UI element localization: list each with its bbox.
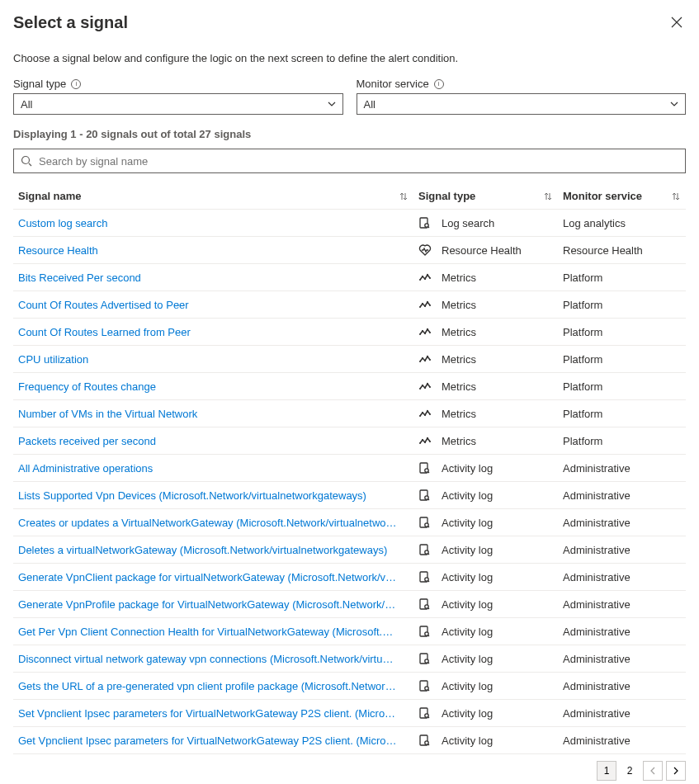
metrics-icon [418, 298, 432, 311]
signal-type-value: All [21, 98, 32, 111]
signal-type-text: Activity log [442, 734, 493, 747]
monitor-service-text: Resource Health [563, 244, 643, 257]
signal-name-link[interactable]: Get Per Vpn Client Connection Health for… [18, 626, 398, 638]
log-icon [418, 679, 432, 692]
monitor-service-text: Platform [563, 408, 602, 420]
signal-name-link[interactable]: Frequency of Routes change [18, 380, 398, 393]
monitor-service-text: Administrative [563, 489, 631, 502]
sort-icon [671, 191, 681, 201]
signal-type-text: Metrics [442, 435, 476, 447]
signal-name-link[interactable]: Count Of Routes Learned from Peer [18, 326, 398, 338]
signal-type-text: Log search [442, 217, 494, 229]
table-row: Count Of Routes Advertised to Peer Metri… [13, 291, 686, 319]
info-icon[interactable]: i [434, 79, 444, 89]
signal-type-text: Activity log [442, 544, 493, 556]
column-header-type[interactable]: Signal type [418, 190, 553, 202]
signal-name-link[interactable]: Set Vpnclient Ipsec parameters for Virtu… [18, 707, 398, 720]
signal-type-text: Activity log [442, 680, 493, 692]
signal-type-text: Resource Health [442, 244, 522, 257]
signal-name-link[interactable]: Get Vpnclient Ipsec parameters for Virtu… [18, 734, 398, 747]
monitor-service-text: Administrative [563, 598, 631, 611]
signal-name-link[interactable]: Gets the URL of a pre-generated vpn clie… [18, 680, 398, 692]
log-icon [418, 461, 432, 475]
table-row: Count Of Routes Learned from Peer Metric… [13, 319, 686, 346]
monitor-service-text: Administrative [563, 734, 631, 747]
signal-type-text: Metrics [442, 380, 476, 393]
log-icon [418, 489, 432, 502]
signal-name-link[interactable]: Number of VMs in the Virtual Network [18, 408, 398, 420]
table-row: Generate VpnProfile package for VirtualN… [13, 591, 686, 618]
sort-icon [399, 191, 409, 201]
page-1-button[interactable]: 1 [597, 761, 616, 781]
page-2-button[interactable]: 2 [620, 761, 640, 781]
metrics-icon [418, 434, 432, 447]
signal-name-link[interactable]: CPU utilization [18, 353, 398, 366]
chevron-down-icon [670, 98, 678, 111]
monitor-service-text: Platform [563, 435, 602, 447]
table-row: All Administrative operations Activity l… [13, 455, 686, 482]
signal-name-link[interactable]: All Administrative operations [18, 462, 398, 475]
metrics-icon [418, 380, 432, 393]
search-input[interactable] [35, 152, 678, 171]
monitor-service-text: Platform [563, 380, 602, 393]
signal-name-link[interactable]: Deletes a virtualNetworkGateway (Microso… [18, 544, 398, 556]
signal-name-link[interactable]: Resource Health [18, 244, 398, 257]
monitor-service-text: Administrative [563, 544, 631, 556]
monitor-service-text: Administrative [563, 517, 631, 529]
metrics-icon [418, 271, 432, 284]
log-icon [418, 543, 432, 556]
signal-name-link[interactable]: Disconnect virtual network gateway vpn c… [18, 653, 398, 665]
sort-icon [543, 191, 553, 201]
log-icon [418, 625, 432, 638]
monitor-service-text: Log analytics [563, 217, 626, 229]
search-icon [21, 155, 32, 167]
log-icon [418, 516, 432, 529]
signal-name-link[interactable]: Packets received per second [18, 435, 398, 447]
metrics-icon [418, 325, 432, 338]
next-page-button[interactable] [666, 761, 686, 781]
search-box[interactable] [13, 149, 686, 173]
table-row: Generate VpnClient package for virtualNe… [13, 564, 686, 591]
monitor-service-text: Platform [563, 326, 602, 338]
signal-name-link[interactable]: Lists Supported Vpn Devices (Microsoft.N… [18, 489, 398, 502]
signal-name-link[interactable]: Creates or updates a VirtualNetworkGatew… [18, 517, 398, 529]
table-row: Deletes a virtualNetworkGateway (Microso… [13, 536, 686, 564]
column-header-name[interactable]: Signal name [18, 190, 409, 202]
signal-type-text: Metrics [442, 408, 476, 420]
metrics-icon [418, 352, 432, 366]
table-row: Gets the URL of a pre-generated vpn clie… [13, 673, 686, 700]
signal-type-text: Activity log [442, 707, 493, 720]
pager: 1 2 [13, 761, 686, 781]
chevron-left-icon [649, 767, 657, 775]
signal-name-link[interactable]: Bits Received Per second [18, 272, 398, 284]
signal-type-text: Metrics [442, 272, 476, 284]
signal-type-text: Activity log [442, 517, 493, 529]
close-button[interactable] [668, 13, 686, 35]
signal-name-link[interactable]: Count Of Routes Advertised to Peer [18, 299, 398, 311]
signal-type-text: Metrics [442, 353, 476, 366]
prev-page-button[interactable] [643, 761, 663, 781]
table-row: Custom log search Log search Log analyti… [13, 210, 686, 237]
signal-name-link[interactable]: Generate VpnClient package for virtualNe… [18, 571, 398, 583]
signal-type-label: Signal type [13, 78, 66, 90]
signals-table: Signal name Signal type Monitor service … [13, 183, 686, 754]
monitor-service-text: Platform [563, 299, 602, 311]
table-row: Number of VMs in the Virtual Network Met… [13, 400, 686, 427]
table-row: Lists Supported Vpn Devices (Microsoft.N… [13, 482, 686, 509]
info-icon[interactable]: i [71, 79, 81, 89]
close-icon [671, 17, 682, 28]
table-row: Packets received per second Metrics Plat… [13, 427, 686, 455]
signal-type-select[interactable]: All [13, 93, 343, 115]
signal-name-link[interactable]: Generate VpnProfile package for VirtualN… [18, 598, 398, 611]
log-icon [418, 216, 432, 229]
monitor-service-select[interactable]: All [357, 93, 687, 115]
monitor-service-text: Administrative [563, 707, 631, 720]
log-icon [418, 652, 432, 665]
column-header-service[interactable]: Monitor service [563, 190, 681, 202]
log-icon [418, 570, 432, 583]
table-row: Get Per Vpn Client Connection Health for… [13, 618, 686, 645]
monitor-service-text: Platform [563, 272, 602, 284]
signal-name-link[interactable]: Custom log search [18, 217, 398, 229]
monitor-service-text: Platform [563, 353, 602, 366]
table-row: Bits Received Per second Metrics Platfor… [13, 264, 686, 291]
